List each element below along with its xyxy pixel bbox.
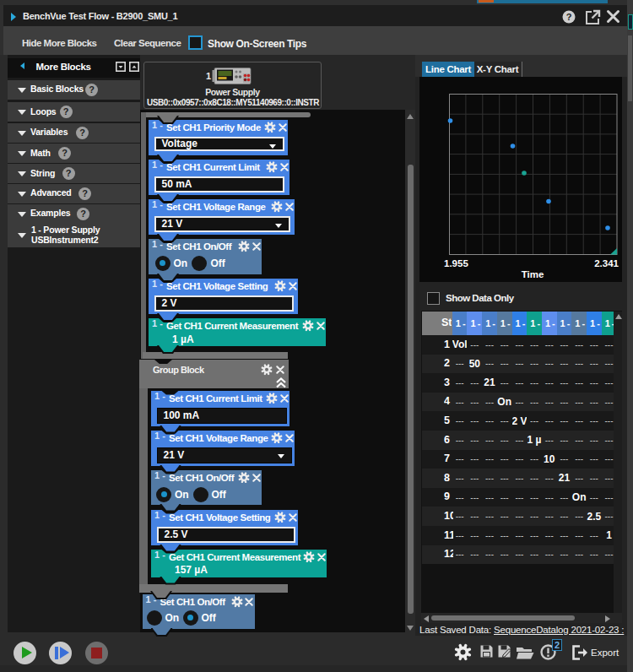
svg-text:?: ? <box>566 12 572 22</box>
svg-text:1.955: 1.955 <box>444 258 468 268</box>
svg-text:Time: Time <box>522 269 544 279</box>
svg-text:2.341: 2.341 <box>594 258 619 268</box>
